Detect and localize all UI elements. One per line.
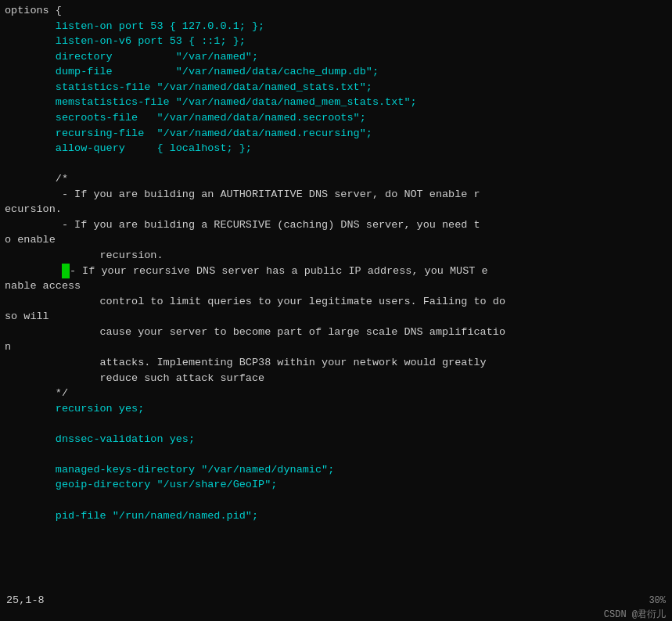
line-23: n: [0, 339, 672, 355]
line-24: attacks. Implementing BCP38 within your …: [0, 355, 672, 371]
text: - If your recursive DNS server has a pub…: [5, 265, 488, 277]
line-1: options {: [0, 3, 672, 19]
line-28: [0, 416, 672, 432]
line-2: listen-on port 53 { 127.0.0.1; };: [0, 19, 672, 34]
terminal: options { listen-on port 53 { 127.0.0.1;…: [0, 0, 672, 621]
text: recursion.: [5, 249, 164, 261]
text: listen-on-v6 port 53 { ::1; };: [5, 35, 246, 47]
line-4: directory "/var/named";: [0, 49, 672, 65]
line-26: */: [0, 386, 672, 401]
text: geoip-directory "/usr/share/GeoIP";: [5, 479, 277, 490]
line-32: geoip-directory "/usr/share/GeoIP";: [0, 477, 672, 493]
line-31: managed-keys-directory "/var/named/dynam…: [0, 462, 672, 478]
line-29: dnssec-validation yes;: [0, 432, 672, 447]
line-30: [0, 447, 672, 462]
line-27: recursion yes;: [0, 401, 672, 417]
text: control to limit queries to your legitim…: [5, 296, 505, 307]
line-13: - If you are building an AUTHORITATIVE D…: [0, 187, 672, 203]
text: - If you are building a RECURSIVE (cachi…: [5, 219, 480, 231]
text: recursion yes;: [5, 403, 144, 415]
text: dump-file "/var/named/data/cache_dump.db…: [5, 66, 379, 77]
line-7: memstatistics-file "/var/named/data/name…: [0, 95, 672, 110]
line-19: nable access: [0, 278, 672, 294]
text: nable access: [5, 280, 81, 292]
line-18: - If your recursive DNS server has a pub…: [0, 264, 672, 279]
text: directory "/var/named";: [5, 51, 258, 63]
line-21: so will: [0, 309, 672, 325]
line-6: statistics-file "/var/named/data/named_s…: [0, 80, 672, 95]
text: ecursion.: [5, 203, 62, 215]
text: - If you are building an AUTHORITATIVE D…: [5, 188, 480, 200]
line-34: pid-file "/run/named/named.pid";: [0, 508, 672, 524]
text: allow-query { localhost; };: [5, 142, 252, 154]
text: /*: [5, 173, 68, 185]
text: listen-on port 53 { 127.0.0.1; };: [5, 20, 264, 32]
line-14: ecursion.: [0, 202, 672, 217]
text: recursing-file "/var/named/data/named.re…: [5, 127, 372, 139]
line-12: /*: [0, 171, 672, 187]
text: secroots-file "/var/named/data/named.sec…: [5, 112, 366, 124]
text: */: [5, 387, 68, 399]
text: reduce such attack surface: [5, 372, 264, 384]
line-9: recursing-file "/var/named/data/named.re…: [0, 126, 672, 142]
status-percent: 30%: [649, 595, 666, 606]
text: so will: [5, 310, 49, 322]
text: dnssec-validation yes;: [5, 433, 195, 445]
text: n: [5, 341, 11, 353]
text: memstatistics-file "/var/named/data/name…: [5, 96, 417, 108]
line-3: listen-on-v6 port 53 { ::1; };: [0, 34, 672, 49]
line-16: o enable: [0, 232, 672, 248]
text: pid-file "/run/named/named.pid";: [5, 510, 258, 522]
text: statistics-file "/var/named/data/named_s…: [5, 81, 372, 93]
line-25: reduce such attack surface: [0, 371, 672, 386]
status-bar: 25,1-8 30%: [0, 593, 672, 608]
terminal-content: options { listen-on port 53 { 127.0.0.1;…: [0, 0, 672, 593]
line-10: allow-query { localhost; };: [0, 141, 672, 156]
text: options {: [5, 5, 62, 16]
line-22: cause your server to become part of larg…: [0, 325, 672, 340]
line-11: [0, 156, 672, 172]
status-position: 25,1-8: [6, 594, 649, 606]
line-5: dump-file "/var/named/data/cache_dump.db…: [0, 64, 672, 80]
line-33: [0, 493, 672, 508]
text: cause your server to become part of larg…: [5, 326, 505, 338]
text: o enable: [5, 234, 56, 246]
line-17: recursion.: [0, 248, 672, 264]
text: managed-keys-directory "/var/named/dynam…: [5, 464, 334, 476]
text: attacks. Implementing BCP38 within your …: [5, 357, 487, 368]
line-20: control to limit queries to your legitim…: [0, 294, 672, 310]
line-8: secroots-file "/var/named/data/named.sec…: [0, 110, 672, 126]
watermark: CSDN @君衍儿: [0, 608, 672, 621]
cursor: [62, 264, 70, 279]
line-15: - If you are building a RECURSIVE (cachi…: [0, 217, 672, 233]
